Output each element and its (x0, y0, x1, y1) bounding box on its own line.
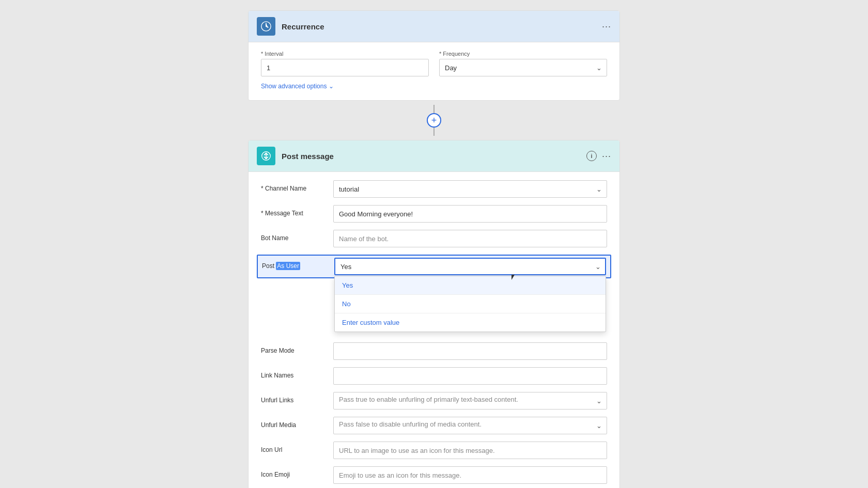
icon-url-label: Icon Url (261, 442, 333, 453)
unfurl-links-label: Unfurl Links (261, 392, 333, 404)
icon-emoji-row: Icon Emoji (261, 466, 607, 484)
recurrence-menu: ··· (602, 21, 611, 32)
post-as-user-label: Post As User (262, 258, 334, 270)
interval-input[interactable] (261, 59, 429, 76)
interval-group: * Interval (261, 51, 429, 76)
parse-mode-input[interactable] (333, 342, 607, 360)
post-as-user-label-prefix: Post (262, 262, 276, 270)
post-message-icon (257, 147, 275, 165)
post-as-user-select-wrapper: Yes No ⌄ (334, 258, 606, 275)
bot-name-label: Bot Name (261, 230, 333, 242)
bot-name-row: Bot Name (261, 230, 607, 247)
post-as-user-dropdown: Yes No Enter custom value (334, 276, 606, 332)
frequency-group: * Frequency Day Hour Minute Month Week ⌄ (439, 51, 607, 76)
canvas: Recurrence ··· * Interval * Frequency Da… (248, 10, 620, 488)
plus-icon: + (431, 115, 437, 126)
post-message-more-button[interactable]: ··· (602, 151, 611, 162)
post-message-header: Post message i ··· (249, 140, 619, 172)
dropdown-yes-item[interactable]: Yes (335, 276, 606, 294)
show-advanced-label: Show advanced options (261, 83, 327, 90)
icon-emoji-control (333, 466, 607, 484)
post-as-user-label-highlight: As User (276, 262, 300, 270)
recurrence-fields: * Interval * Frequency Day Hour Minute M… (261, 51, 607, 76)
parse-mode-label: Parse Mode (261, 342, 333, 354)
unfurl-media-label: Unfurl Media (261, 417, 333, 429)
interval-label: * Interval (261, 51, 429, 57)
bot-name-control (333, 230, 607, 247)
bot-name-input[interactable] (333, 230, 607, 247)
channel-name-select[interactable]: tutorial (333, 180, 607, 198)
post-as-user-select[interactable]: Yes No (334, 258, 606, 275)
message-text-row: * Message Text (261, 205, 607, 223)
link-names-row: Link Names (261, 367, 607, 385)
message-text-label: * Message Text (261, 205, 333, 217)
post-message-body: * Channel Name tutorial ⌄ * Message Text (249, 172, 619, 488)
unfurl-links-control: Pass true to enable unfurling of primari… (333, 392, 607, 410)
channel-name-row: * Channel Name tutorial ⌄ (261, 180, 607, 198)
unfurl-links-input[interactable]: Pass true to enable unfurling of primari… (333, 392, 607, 410)
connector: + (248, 101, 620, 140)
post-as-user-row: Post As User Yes No ⌄ Yes No (257, 255, 611, 278)
icon-url-row: Icon Url (261, 442, 607, 459)
recurrence-icon (257, 17, 275, 36)
recurrence-more-button[interactable]: ··· (602, 21, 611, 32)
link-names-input[interactable] (333, 367, 607, 385)
post-message-info-button[interactable]: i (586, 151, 597, 161)
post-message-card: Post message i ··· * Channel Name tutori… (248, 140, 620, 488)
parse-mode-control (333, 342, 607, 360)
icon-emoji-input[interactable] (333, 466, 607, 484)
show-advanced-chevron-icon: ⌄ (329, 83, 334, 90)
connector-line-top (433, 105, 435, 113)
icon-url-input[interactable] (333, 442, 607, 459)
channel-name-control: tutorial ⌄ (333, 180, 607, 198)
unfurl-links-row: Unfurl Links Pass true to enable unfurli… (261, 392, 607, 410)
post-message-title: Post message (282, 152, 586, 161)
dropdown-custom-item[interactable]: Enter custom value (335, 313, 606, 332)
link-names-label: Link Names (261, 367, 333, 379)
dropdown-no-item[interactable]: No (335, 295, 606, 313)
add-step-button[interactable]: + (427, 113, 441, 128)
icon-emoji-label: Icon Emoji (261, 466, 333, 478)
show-advanced-button[interactable]: Show advanced options ⌄ (261, 83, 334, 90)
channel-name-select-wrapper: tutorial ⌄ (333, 180, 607, 198)
post-as-user-control: Yes No ⌄ Yes No Enter custom value (334, 258, 606, 275)
recurrence-title: Recurrence (282, 22, 602, 31)
unfurl-media-row: Unfurl Media Pass false to disable unfur… (261, 417, 607, 434)
recurrence-body: * Interval * Frequency Day Hour Minute M… (249, 42, 619, 100)
frequency-select-wrapper: Day Hour Minute Month Week ⌄ (439, 59, 607, 76)
unfurl-media-input[interactable]: Pass false to disable unfurling of media… (333, 417, 607, 434)
recurrence-card: Recurrence ··· * Interval * Frequency Da… (248, 10, 620, 101)
channel-name-label: * Channel Name (261, 180, 333, 192)
message-text-control (333, 205, 607, 223)
parse-mode-row: Parse Mode (261, 342, 607, 360)
link-names-control (333, 367, 607, 385)
message-text-input[interactable] (333, 205, 607, 223)
connector-line-bottom (433, 128, 435, 136)
frequency-select[interactable]: Day Hour Minute Month Week (439, 59, 607, 76)
frequency-label: * Frequency (439, 51, 607, 57)
recurrence-header: Recurrence ··· (249, 11, 619, 42)
icon-url-control (333, 442, 607, 459)
post-message-menu: i ··· (586, 151, 611, 162)
unfurl-media-control: Pass false to disable unfurling of media… (333, 417, 607, 434)
